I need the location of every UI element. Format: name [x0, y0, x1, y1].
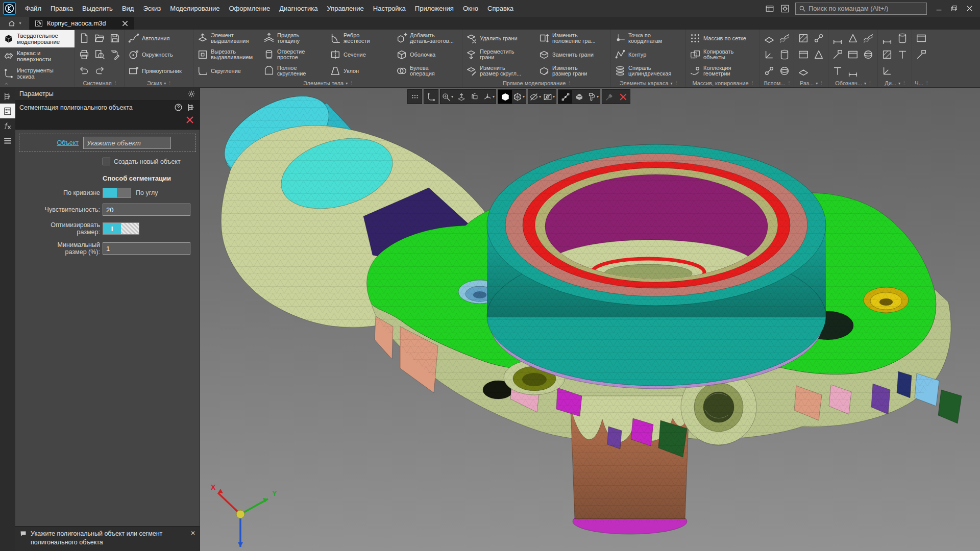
menu-item[interactable]: Приложения	[410, 0, 458, 17]
ribbon-button[interactable]	[796, 47, 811, 62]
ribbon-button[interactable]: Булева операция	[394, 63, 460, 79]
menu-item[interactable]: Управление	[323, 0, 369, 17]
ribbon-button[interactable]: Уклон	[328, 63, 394, 79]
menu-item[interactable]: Настройка	[369, 0, 410, 17]
fx-variables-button[interactable]	[0, 118, 15, 133]
zoom-button[interactable]: ▾	[440, 90, 454, 104]
chevron-down-icon[interactable]: ▾	[816, 81, 818, 86]
ribbon-button[interactable]: Отверстие простое	[261, 47, 328, 62]
menu-item[interactable]: Диагностика	[275, 0, 322, 17]
ribbon-button[interactable]	[777, 47, 792, 62]
ribbon-group-footer[interactable]: Эскиз▾⁞	[126, 79, 191, 87]
parameters-form-button[interactable]	[0, 104, 15, 118]
close-command-button[interactable]	[185, 115, 194, 124]
ribbon-button[interactable]: Массив по сетке	[688, 31, 758, 46]
orient-up-button[interactable]	[454, 90, 468, 104]
tree-structure-button[interactable]	[0, 89, 15, 104]
cube-solid-button[interactable]	[498, 90, 512, 104]
kompas-logo-icon[interactable]	[3, 2, 16, 15]
ribbon-button[interactable]: Переместить грани	[464, 47, 536, 62]
menu-item[interactable]: Файл	[20, 0, 46, 17]
chevron-down-icon[interactable]: ▾	[19, 21, 21, 26]
ribbon-button[interactable]	[77, 31, 92, 46]
ribbon-button[interactable]: Добавить деталь-заготов...	[394, 31, 460, 46]
create-new-object-checkbox[interactable]	[103, 158, 110, 165]
ribbon-button[interactable]	[861, 47, 876, 62]
chevron-down-icon[interactable]: ▾	[671, 81, 673, 86]
clip-box-button[interactable]	[572, 90, 586, 104]
ribbon-button[interactable]: Автолиния	[126, 31, 191, 46]
eye-slash-button[interactable]: ▾	[528, 90, 542, 104]
sketch-xy-button[interactable]	[424, 90, 438, 104]
ribbon-button[interactable]	[762, 31, 777, 46]
min-size-input[interactable]	[103, 242, 190, 255]
object-selector[interactable]: Объект	[19, 134, 196, 152]
ribbon-group-footer[interactable]: Элементы тела▾⁞	[195, 79, 460, 87]
ribbon-button[interactable]: Коллекция геометрии	[688, 63, 758, 79]
rotate-box-button[interactable]	[468, 90, 482, 104]
group-handle-icon[interactable]: ⁞	[869, 81, 871, 86]
layout-window-button[interactable]	[764, 4, 776, 14]
menu-item[interactable]: Эскиз	[138, 0, 165, 17]
paint-button[interactable]: ▾	[586, 90, 600, 104]
menu-item[interactable]: Вид	[117, 0, 139, 17]
segmentation-method-toggle[interactable]	[103, 188, 131, 198]
ribbon-button[interactable]: Прямоугольник	[126, 63, 191, 79]
ribbon-button[interactable]	[107, 31, 122, 46]
ribbon-group-footer[interactable]: Массив, копирование⁞	[688, 79, 758, 87]
ribbon-button[interactable]	[845, 31, 861, 46]
ribbon-collapse-icon[interactable]	[3, 81, 10, 87]
ribbon-button[interactable]: Элемент выдавливания	[195, 31, 261, 46]
close-message-icon[interactable]: ✕	[190, 530, 195, 537]
ribbon-button[interactable]	[107, 47, 122, 62]
group-handle-icon[interactable]: ⁞	[115, 81, 116, 86]
grip-button[interactable]	[408, 90, 422, 104]
home-button[interactable]: ▾	[0, 17, 30, 30]
ribbon-group-footer[interactable]: Ди...▾⁞	[879, 79, 910, 87]
ribbon-button[interactable]	[895, 31, 910, 46]
main-menu-button[interactable]	[0, 133, 15, 148]
snap-button[interactable]	[558, 90, 572, 104]
ribbon-button[interactable]: Ребро жесткости	[328, 31, 394, 46]
eye-box-button[interactable]: ▾	[542, 90, 556, 104]
ribbon-button[interactable]	[811, 47, 826, 62]
ribbon-button[interactable]	[811, 31, 826, 46]
ribbon-button[interactable]: Скругление	[195, 63, 261, 79]
menu-item[interactable]: Моделирование	[165, 0, 224, 17]
ribbon-button[interactable]	[762, 47, 777, 62]
ribbon-button[interactable]	[879, 47, 895, 62]
group-handle-icon[interactable]: ⁞	[752, 81, 753, 86]
chevron-down-icon[interactable]: ▾	[346, 81, 348, 86]
ribbon-button[interactable]: Копировать объекты	[688, 47, 758, 62]
group-handle-icon[interactable]: ⁞	[676, 81, 677, 86]
ribbon-group-footer[interactable]: Системная⁞	[77, 79, 122, 87]
ribbon-group-footer[interactable]: Прямое моделирование⁞	[464, 79, 609, 87]
ribbon-button[interactable]: Точка по координатам	[612, 31, 684, 46]
ribbon-group-footer[interactable]: Элементы каркаса▾⁞	[612, 79, 684, 87]
ribbon-button[interactable]	[830, 31, 845, 46]
chevron-down-icon[interactable]: ▾	[553, 94, 555, 99]
ribbon-button[interactable]: Заменить грани	[536, 47, 609, 62]
search-input[interactable]	[808, 5, 923, 12]
ribbon-button[interactable]: Изменить размер скругл...	[464, 63, 536, 79]
model-canvas[interactable]: X Y Z	[200, 88, 980, 551]
ribbon-button[interactable]	[879, 31, 895, 46]
chevron-down-icon[interactable]: ▾	[539, 94, 541, 99]
tree-view-icon[interactable]	[187, 103, 195, 112]
ribbon-button[interactable]	[845, 47, 861, 62]
menu-item[interactable]: Справка	[483, 0, 518, 17]
ribbon-button[interactable]	[796, 31, 811, 46]
ribbon-button[interactable]: Спираль цилиндрическая	[612, 63, 684, 79]
mode-item[interactable]: Каркас и поверхности	[0, 47, 75, 65]
mode-item[interactable]: Инструменты эскиза	[0, 65, 75, 82]
group-handle-icon[interactable]: ⁞	[926, 81, 928, 86]
ribbon-button[interactable]	[777, 31, 792, 46]
ribbon-button[interactable]	[861, 31, 876, 46]
group-handle-icon[interactable]: ⁞	[169, 81, 170, 86]
menu-item[interactable]: Оформление	[224, 0, 275, 17]
document-tab[interactable]: Корпус_насоса.m3d	[30, 17, 134, 30]
gear-icon[interactable]	[187, 90, 195, 98]
ribbon-button[interactable]	[914, 31, 929, 46]
ribbon-button[interactable]	[777, 63, 792, 79]
ribbon-button[interactable]: Изменить положение гра...	[536, 31, 609, 46]
